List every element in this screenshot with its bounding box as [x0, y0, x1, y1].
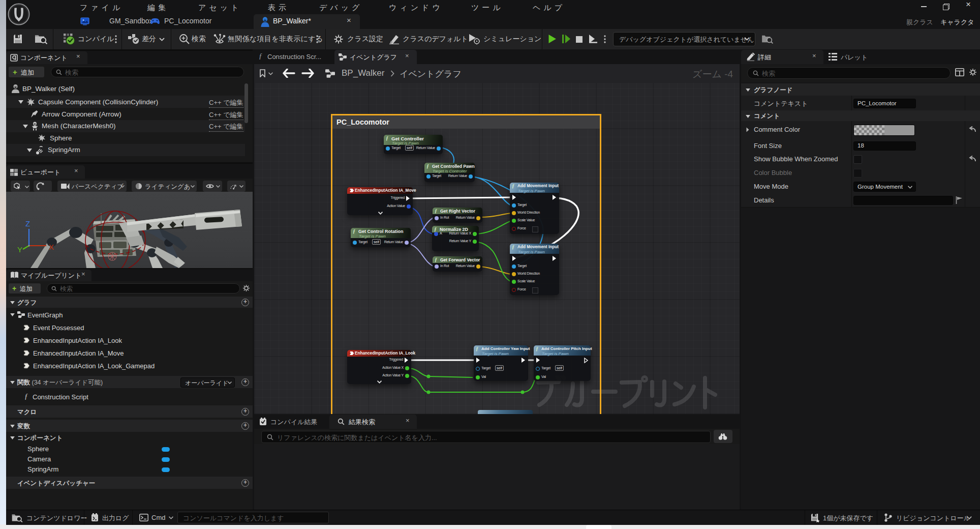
- svg-text:X: X: [49, 243, 54, 251]
- svg-text:Y: Y: [17, 245, 22, 254]
- svg-text:Z: Z: [25, 219, 30, 228]
